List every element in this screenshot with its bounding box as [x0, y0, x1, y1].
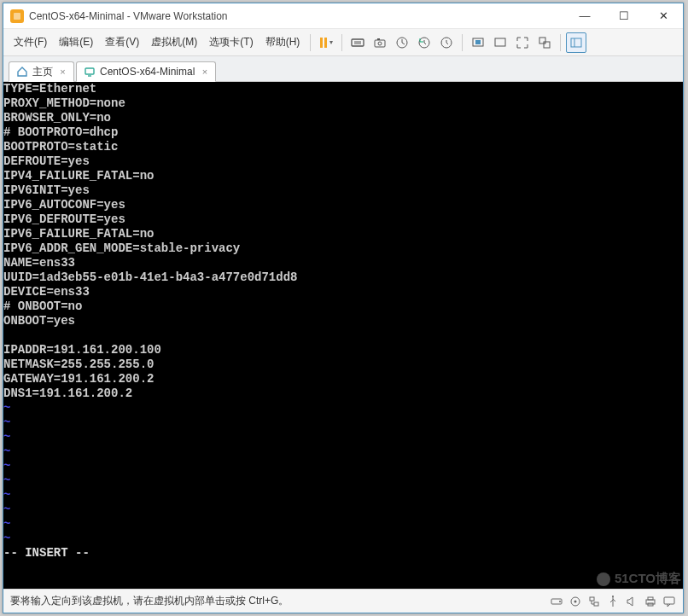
menubar: 文件(F) 编辑(E) 查看(V) 虚拟机(M) 选项卡(T) 帮助(H) ▾ — [3, 29, 683, 56]
clock-revert-icon — [417, 36, 431, 49]
snapshot-take-button[interactable] — [436, 32, 457, 53]
svg-point-21 — [559, 601, 561, 602]
camera-icon — [373, 36, 387, 49]
tab-home[interactable]: 主页 × — [9, 61, 74, 82]
separator — [560, 34, 561, 51]
status-hint: 要将输入定向到该虚拟机，请在虚拟机内部单击或按 Ctrl+G。 — [10, 594, 289, 608]
tab-vm-centos[interactable]: CentOS-x64-Minimal × — [76, 61, 216, 82]
tab-label: 主页 — [32, 65, 53, 79]
separator — [310, 34, 311, 51]
sound-icon[interactable] — [625, 595, 638, 608]
status-device-icons — [550, 595, 676, 608]
svg-point-6 — [378, 42, 382, 45]
show-library-button[interactable] — [566, 32, 586, 53]
vm-icon — [84, 66, 96, 78]
messages-icon[interactable] — [662, 595, 676, 608]
svg-rect-5 — [375, 40, 385, 47]
svg-rect-2 — [352, 39, 364, 46]
menu-help[interactable]: 帮助(H) — [260, 32, 306, 53]
usb-icon[interactable] — [606, 595, 620, 608]
vmware-window: CentOS-x64-Minimal - VMware Workstation … — [3, 3, 684, 613]
printer-icon[interactable] — [644, 595, 657, 608]
pause-icon — [320, 38, 327, 48]
minimize-button[interactable]: — — [565, 3, 604, 29]
statusbar: 要将输入定向到该虚拟机，请在虚拟机内部单击或按 Ctrl+G。 — [3, 589, 683, 613]
menu-view[interactable]: 查看(V) — [100, 32, 144, 53]
network-icon[interactable] — [587, 595, 601, 608]
maximize-button[interactable]: ☐ — [604, 3, 644, 29]
svg-rect-18 — [85, 68, 94, 74]
svg-rect-30 — [664, 597, 674, 604]
app-icon — [10, 9, 24, 23]
cd-icon[interactable] — [568, 595, 582, 608]
menu-vm[interactable]: 虚拟机(M) — [146, 32, 202, 53]
keyboard-icon — [351, 36, 364, 49]
snapshot-button[interactable] — [370, 32, 390, 53]
svg-rect-28 — [648, 597, 653, 600]
svg-rect-12 — [475, 40, 481, 44]
svg-rect-24 — [590, 597, 594, 601]
separator — [341, 34, 342, 51]
snapshot-manager-button[interactable] — [392, 32, 412, 53]
svg-point-23 — [574, 600, 577, 602]
unity-icon — [538, 36, 551, 49]
svg-rect-25 — [594, 602, 598, 606]
menu-tabs[interactable]: 选项卡(T) — [204, 32, 258, 53]
svg-rect-15 — [544, 42, 550, 48]
console-view-button[interactable] — [490, 32, 510, 53]
menu-file[interactable]: 文件(F) — [9, 32, 52, 53]
fullscreen-button[interactable] — [512, 32, 533, 53]
svg-rect-14 — [539, 38, 545, 44]
tab-close-button[interactable]: × — [57, 67, 68, 78]
clock-plus-icon — [440, 36, 453, 49]
revert-snapshot-button[interactable] — [414, 32, 434, 53]
svg-rect-13 — [495, 38, 505, 46]
pause-button[interactable]: ▾ — [316, 32, 336, 53]
svg-point-26 — [612, 596, 614, 597]
tabbar: 主页 × CentOS-x64-Minimal × — [3, 56, 683, 82]
fit-guest-button[interactable] — [468, 32, 488, 53]
clock-icon — [395, 36, 409, 49]
separator — [462, 34, 463, 51]
library-icon — [569, 36, 583, 49]
tab-label: CentOS-x64-Minimal — [100, 66, 195, 78]
window-controls: — ☐ ✕ — [565, 3, 683, 29]
menu-edit[interactable]: 编辑(E) — [54, 32, 98, 53]
screen-fit-icon — [471, 36, 485, 49]
home-icon — [16, 66, 28, 78]
svg-rect-7 — [377, 38, 380, 40]
vm-console[interactable]: TYPE=EthernetPROXY_METHOD=noneBROWSER_ON… — [3, 82, 683, 589]
disk-icon[interactable] — [550, 595, 563, 608]
window-title: CentOS-x64-Minimal - VMware Workstation — [29, 10, 565, 22]
svg-rect-16 — [571, 38, 581, 47]
fullscreen-icon — [516, 36, 529, 49]
send-ctrl-alt-del-button[interactable] — [347, 32, 368, 53]
titlebar: CentOS-x64-Minimal - VMware Workstation … — [3, 3, 683, 29]
tab-close-button[interactable]: × — [199, 67, 210, 78]
close-button[interactable]: ✕ — [644, 3, 683, 29]
monitor-icon — [493, 36, 507, 49]
unity-button[interactable] — [534, 32, 555, 53]
svg-rect-1 — [14, 13, 20, 20]
